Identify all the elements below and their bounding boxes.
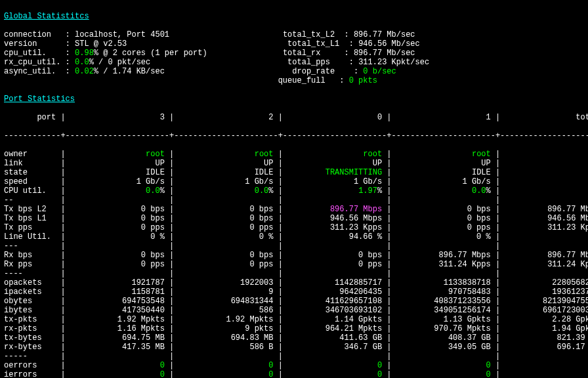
table-row: ----- | | | | | | [4,352,584,361]
drop-rate-value: 0 b/sec [363,67,396,76]
total-pps-value: 311.23 Kpkt/sec [358,58,429,67]
terminal-screen: Global Statistitcs connection : localhos… [0,0,588,378]
total-tx-l1-value: 946.56 Mb/sec [358,39,420,49]
table-row: tx-bytes | 694.75 MB | 694.83 MB | 411.6… [4,333,584,343]
cpu-util-rest: % @ 2 cores (1 per port) [94,49,207,58]
queue-full-label: queue_full [278,76,326,85]
table-row: Tx pps | 0 pps | 0 pps | 311.23 Kpps | 0… [4,223,584,232]
async-util-rest: % / 1.74 KB/sec [94,67,165,76]
table-row: owner | root | root | root | root | | [4,150,584,159]
connection-label: connection [4,30,51,39]
cpu-util-label: cpu_util. [4,49,47,58]
total-pps-label: total_pps [287,58,330,67]
table-row: CPU util. | 0.0% | 0.0% | 1.97% | 0.0% |… [4,186,584,196]
queue-full-value: 0 pkts [349,76,377,85]
version-label: version [4,39,37,49]
table-row: link | UP | UP | UP | UP | | [4,159,584,168]
table-row: rx-pkts | 1.16 Mpkts | 9 pkts | 964.21 M… [4,324,584,333]
total-tx-l1-label: total_tx_L1 [287,39,339,49]
table-row: tx-pkts | 1.92 Mpkts | 1.92 Mpkts | 1.14… [4,315,584,324]
port-stats-title: Port Statistics [4,94,75,104]
table-row: opackets | 1921787 | 1922003 | 114288571… [4,278,584,287]
table-row: Tx bps L2 | 0 bps | 0 bps | 896.77 Mbps … [4,205,584,214]
table-row: ipackets | 1158781 | 9 | 964206435 | 970… [4,287,584,297]
total-rx-value: 896.77 Mb/sec [354,49,415,58]
port-table-header: port | 3 | 2 | 0 | 1 | total | [4,113,584,122]
table-row: speed | 1 Gb/s | 1 Gb/s | 1 Gb/s | 1 Gb/… [4,177,584,186]
drop-rate-label: drop_rate [292,67,335,76]
connection-value: localhost, Port 4501 [75,30,169,39]
table-row: obytes | 694753548 | 694831344 | 4116296… [4,297,584,306]
table-row: state | IDLE | IDLE | TRANSMITTING | IDL… [4,168,584,177]
async-util-value: 0.02 [75,67,94,76]
global-stats-title: Global Statistitcs [4,12,89,21]
table-row: --- | | | | | | [4,242,584,251]
total-tx-l2-label: total_tx_L2 [283,30,335,39]
rx-cpu-util-value: 0.0 [75,58,89,67]
table-row: Rx bps | 0 bps | 0 bps | 0 bps | 896.77 … [4,251,584,260]
table-row: Rx pps | 0 pps | 0 pps | 0 pps | 311.24 … [4,260,584,269]
total-rx-label: total_rx [283,49,321,58]
rx-cpu-util-rest: % / 0 pkt/sec [89,58,151,67]
table-row: oerrors | 0 | 0 | 0 | 0 | 0 | [4,361,584,370]
table-row: -- | | | | | | [4,196,584,205]
cpu-util-value: 0.98 [75,49,94,58]
table-row: Line Util. | 0 % | 0 % | 94.66 % | 0 % |… [4,232,584,242]
table-row: ---- | | | | | | [4,269,584,278]
table-row: Tx bps L1 | 0 bps | 0 bps | 946.56 Mbps … [4,214,584,223]
total-tx-l2-value: 896.77 Mb/sec [354,30,415,39]
port-table-separator: ------------+----------------------+----… [4,131,584,140]
table-row: ibytes | 417350440 | 586 | 346703693102 … [4,306,584,315]
port-table-body: owner | root | root | root | root | |lin… [4,150,584,378]
table-row: ierrors | 0 | 0 | 0 | 0 | 0 | [4,370,584,378]
table-row: rx-bytes | 417.35 MB | 586 B | 346.7 GB … [4,343,584,352]
version-value: STL @ v2.53 [75,39,127,49]
rx-cpu-util-label: rx_cpu_util. [4,58,60,67]
async-util-label: async_util. [4,67,56,76]
